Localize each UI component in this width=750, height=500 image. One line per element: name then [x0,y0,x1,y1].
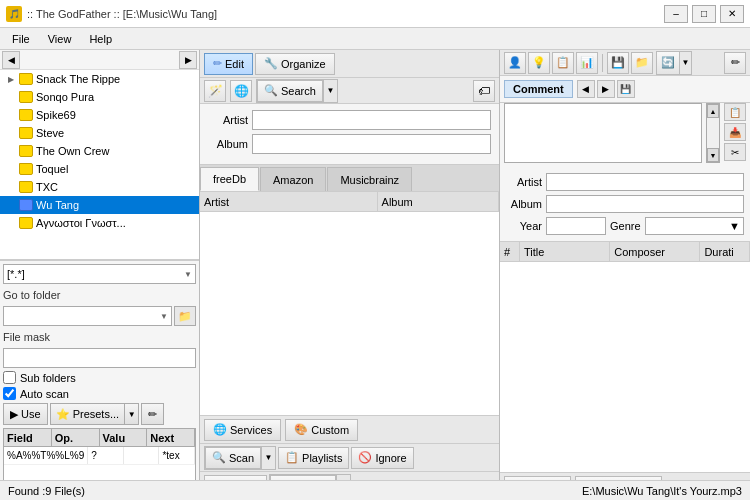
presets-button[interactable]: ⭐ Presets... ▼ [50,403,140,425]
minimize-button[interactable]: – [664,5,688,23]
window-title: :: The GodFather :: [E:\Music\Wu Tang] [27,8,217,20]
scroll-up-button[interactable]: ▲ [707,104,719,118]
autoscan-label: Auto scan [20,388,69,400]
search-button[interactable]: 🔍 Search [257,80,323,102]
scroll-down-button[interactable]: ▼ [707,148,719,162]
filter-combo[interactable]: [*.*] ▼ [3,264,196,284]
filemask-input[interactable] [3,348,196,368]
tab-amazon[interactable]: Amazon [260,167,326,191]
tree-nav-left[interactable]: ◀ [2,51,20,69]
comment-nav-right[interactable]: ▶ [597,80,615,98]
status-left: Found :9 File(s) [8,485,85,497]
tag-icon: 🏷 [478,84,490,98]
folder-icon: 📁 [635,56,649,69]
copy-button[interactable]: 📋 [724,103,746,121]
tab-musicbrainz[interactable]: Musicbrainz [327,167,412,191]
mid-table-header: Artist Album [200,192,499,212]
rf-album-input[interactable] [546,195,744,213]
rf-artist-input[interactable] [546,173,744,191]
presets-dropdown-arrow[interactable]: ▼ [124,403,138,425]
comment-nav-left[interactable]: ◀ [577,80,595,98]
tree-item[interactable]: The Own Crew [0,142,199,160]
goto-combo[interactable]: ▼ [3,306,172,326]
menu-view[interactable]: View [40,31,80,47]
tree-item[interactable]: TXC [0,178,199,196]
folder-icon-button[interactable]: 📁 [631,52,653,74]
wand-button[interactable]: 🪄 [204,80,226,102]
goto-folder-label: Go to folder [3,289,196,301]
organize-icon: 🔧 [264,57,278,70]
rf-year-input[interactable] [546,217,606,235]
save-icon-button[interactable]: 💾 [607,52,629,74]
services-button[interactable]: 🌐 Services [204,419,281,441]
artist-col-header: Artist [200,192,378,211]
custom-button[interactable]: 🎨 Custom [285,419,358,441]
comment-textarea[interactable] [504,103,702,163]
playlists-button[interactable]: 📋 Playlists [278,447,349,469]
organize-label: Organize [281,58,326,70]
folder-icon [19,109,33,121]
clipboard-icon: 📋 [556,56,570,69]
artist-input[interactable] [252,110,491,130]
folder-icon [19,127,33,139]
album-input[interactable] [252,134,491,154]
bulb-icon-button[interactable]: 💡 [528,52,550,74]
tree-item[interactable]: Sonqo Pura [0,88,199,106]
comment-nav-save[interactable]: 💾 [617,80,635,98]
genre-label: Genre [610,220,641,232]
album-row: Album [208,134,491,154]
services-icon: 🌐 [213,423,227,436]
clipboard-icon-button[interactable]: 📋 [552,52,574,74]
tree-item-wu-tang[interactable]: Wu Tang [0,196,199,214]
organize-button[interactable]: 🔧 Organize [255,53,335,75]
refresh-button-group: 🔄 ▼ [656,51,692,75]
scan-button-group: 🔍 Scan ▼ [204,446,276,470]
refresh-button[interactable]: 🔄 [657,52,679,74]
tab-freedb[interactable]: freeDb [200,167,259,191]
use-button[interactable]: ▶ Use [3,403,48,425]
status-right: E:\Music\Wu Tang\It's Yourz.mp3 [582,485,742,497]
rf-album-label: Album [506,198,542,210]
menu-file[interactable]: File [4,31,38,47]
title-col-header: Title [520,242,610,261]
tag-button[interactable]: 🏷 [473,80,495,102]
services-label: Services [230,424,272,436]
combo-value: [*.*] [7,268,25,280]
user-icon-button[interactable]: 👤 [504,52,526,74]
title-controls: – □ ✕ [664,5,744,23]
close-button[interactable]: ✕ [720,5,744,23]
folder-icon [19,199,33,211]
album-col-header: Album [378,192,499,211]
tree-nav-right[interactable]: ▶ [179,51,197,69]
browse-folder-button[interactable]: 📁 [174,306,196,326]
search-dropdown-button[interactable]: ▼ [323,80,337,102]
field-row[interactable]: %A%%T%%L%9 ? *tex [4,447,195,465]
pencil-button[interactable]: ✏ [141,403,164,425]
globe-button[interactable]: 🌐 [230,80,252,102]
tree-item[interactable]: Αγνωστοι Γνωστ... [0,214,199,232]
genre-combo[interactable]: ▼ [645,217,744,235]
chart-icon-button[interactable]: 📊 [576,52,598,74]
menu-help[interactable]: Help [81,31,120,47]
paste-button[interactable]: 📥 [724,123,746,141]
ignore-button[interactable]: 🚫 Ignore [351,447,413,469]
left-panel: ◀ ▶ ▶ Snack The Rippe Sonqo Pura [0,50,200,500]
scan-button[interactable]: 🔍 Scan [205,447,261,469]
refresh-dropdown-button[interactable]: ▼ [679,52,691,74]
autoscan-checkbox[interactable] [3,387,16,400]
folder-icon [19,91,33,103]
subfolders-checkbox[interactable] [3,371,16,384]
edit-button[interactable]: ✏ Edit [204,53,253,75]
right-toolbar: 👤 💡 📋 📊 💾 📁 🔄 ▼ [500,50,750,76]
playlists-label: Playlists [302,452,342,464]
pencil-right-button[interactable]: ✏ [724,52,746,74]
tree-item[interactable]: ▶ Snack The Rippe [0,70,199,88]
tree-item[interactable]: Steve [0,124,199,142]
comment-tab[interactable]: Comment [504,80,573,98]
scan-dropdown-button[interactable]: ▼ [261,447,275,469]
maximize-button[interactable]: □ [692,5,716,23]
cut-button[interactable]: ✂ [724,143,746,161]
right-panel: 👤 💡 📋 📊 💾 📁 🔄 ▼ [500,50,750,500]
tree-item[interactable]: Spike69 [0,106,199,124]
tree-item[interactable]: Toquel [0,160,199,178]
